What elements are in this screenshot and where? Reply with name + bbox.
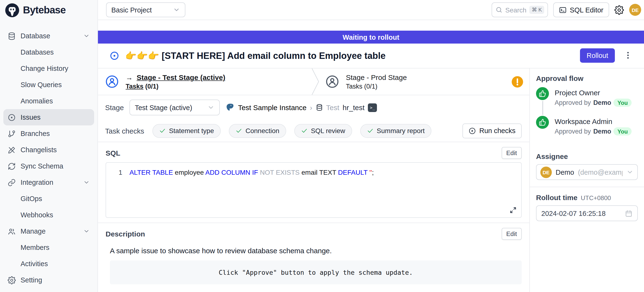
sidebar-item-branches[interactable]: Branches [3,125,94,142]
sidebar-item-label: Issues [20,113,40,121]
sidebar-item-label: Manage [20,227,46,235]
sql-editor-readonly[interactable]: 1 ALTER TABLE employee ADD COLUMN IF NOT… [106,162,522,218]
chevron-down-icon [207,104,214,111]
open-in-sql-editor-icon[interactable]: >_ [368,103,377,112]
sidebar-item-members[interactable]: Members [3,239,94,256]
link-icon [8,178,16,187]
approved-thumb-icon [536,87,549,100]
approved-thumb-icon [536,116,549,129]
sidebar: Bytebase DatabaseDatabasesChange History… [0,0,98,292]
sidebar-item-sync-schema[interactable]: Sync Schema [3,158,94,174]
search-icon [495,6,502,14]
sidebar-item-label: Databases [20,48,54,56]
sidebar-item-databases[interactable]: Databases [3,44,94,60]
search-placeholder: Search [505,6,526,14]
assignee-email: (demo@example [578,168,622,176]
stage-test-tasks-link[interactable]: Tasks [126,83,144,90]
project-select[interactable]: Basic Project [106,3,185,17]
check-pill-statement-type[interactable]: Statement type [152,124,220,138]
sql-statement: ALTER TABLE employee ADD COLUMN IF NOT E… [130,169,374,176]
stage-card-test[interactable]: → Stage - Test Stage (active) Tasks (0/1… [98,68,312,95]
sidebar-item-setting[interactable]: Setting [3,272,94,288]
sidebar-item-label: Integration [20,179,53,186]
sql-editor-button[interactable]: SQL Editor [553,3,609,17]
database-icon [316,104,323,111]
task-check-pills: Statement typeConnectionSQL reviewSummar… [152,124,431,138]
rollout-time-input[interactable]: 2024-02-07 16:25:18 [536,205,638,221]
sidebar-item-label: Anomalies [20,97,53,105]
sidebar-item-anomalies[interactable]: Anomalies [3,93,94,109]
sidebar-item-activities[interactable]: Activities [3,256,94,272]
assignee-title: Assignee [536,152,638,160]
stage-person-icon [106,75,118,88]
description-edit-button[interactable]: Edit [502,228,522,240]
sql-edit-button[interactable]: Edit [502,147,522,159]
task-checks-label: Task checks [105,127,144,135]
brand-name: Bytebase [23,4,66,16]
stage-prod-tasks-label: Tasks [346,83,362,90]
sidebar-item-integration[interactable]: Integration [3,174,94,191]
bytebase-app: Bytebase DatabaseDatabasesChange History… [0,0,644,292]
sidebar-item-label: Activities [20,260,48,268]
issue-title-row: 👉👉👉 [START HERE] Add email column to Emp… [98,44,644,68]
search-shortcut-badge: ⌘ K [529,6,544,14]
approval-status: Approved byDemoYou [555,127,632,135]
stage-test-name[interactable]: Stage - Test Stage (active) [137,73,225,81]
stage-test-labels: → Stage - Test Stage (active) Tasks (0/1… [126,73,225,90]
approval-status: Approved byDemoYou [555,99,632,107]
approval-role: Project Owner [555,87,632,97]
task-checks-row: Task checks Statement typeConnectionSQL … [98,120,529,142]
sql-editor-label: SQL Editor [570,6,604,14]
branch-icon [8,129,16,138]
postgresql-icon [226,103,234,112]
database-name[interactable]: hr_test [342,103,364,111]
user-avatar[interactable]: DE [629,4,641,16]
calendar-icon[interactable] [625,209,632,217]
sidebar-item-database[interactable]: Database [3,28,94,44]
expand-icon[interactable] [510,207,516,214]
line-number: 1 [106,169,122,176]
issue-icon [8,113,16,121]
check-pill-summary-report[interactable]: Summary report [360,124,432,138]
sidebar-item-gitops[interactable]: GitOps [3,191,94,207]
instance-name[interactable]: Test Sample Instance [238,103,306,111]
stage-test-tasks-count: (0/1) [145,83,158,90]
stage-card-prod[interactable]: Stage - Prod Stage Tasks (0/1) [319,68,529,95]
sidebar-item-change-history[interactable]: Change History [3,60,94,77]
sidebar-item-webhooks[interactable]: Webhooks [3,207,94,223]
sidebar-item-changelists[interactable]: Changelists [3,142,94,158]
status-banner: Waiting to rollout [98,31,644,44]
stage-select-value: Test Stage (active) [135,104,192,111]
more-options-icon[interactable] [624,51,632,60]
panel-divider [530,187,644,187]
bytebase-logo[interactable]: Bytebase [0,0,98,20]
rollout-time-title: Rollout time [536,193,577,202]
sidebar-item-label: Change History [20,65,68,72]
sidebar-nav: DatabaseDatabasesChange HistorySlow Quer… [0,20,98,288]
sidebar-item-label: Branches [20,130,50,137]
approval-step-project-owner: Project OwnerApproved byDemoYou [536,87,638,116]
issue-sidebar: Approval flow Project OwnerApproved byDe… [529,68,644,292]
check-pill-connection[interactable]: Connection [229,124,286,138]
assignee-select[interactable]: DE Demo (demo@example [536,164,638,180]
search-input[interactable]: Search ⌘ K [491,3,548,17]
sidebar-item-slow-queries[interactable]: Slow Queries [3,77,94,93]
topbar-actions: Search ⌘ K SQL Editor DE [491,3,641,17]
approval-steps: Project OwnerApproved byDemoYouWorkspace… [536,87,638,144]
sql-code-line: 1 ALTER TABLE employee ADD COLUMN IF NOT… [106,169,521,176]
chevron-down-icon [626,169,634,176]
rollout-time-value: 2024-02-07 16:25:18 [541,209,606,217]
approver-name: Demo [593,128,611,135]
issue-open-icon [110,51,119,60]
stage-select[interactable]: Test Stage (active) [130,100,220,115]
sidebar-item-issues[interactable]: Issues [3,109,94,125]
check-pill-sql-review[interactable]: SQL review [294,124,352,138]
settings-gear-icon[interactable] [614,5,624,15]
approval-step-workspace-admin: Workspace AdminApproved byDemoYou [536,116,638,144]
run-checks-button[interactable]: Run checks [462,123,522,138]
current-stage-arrow: → [126,73,133,81]
stage-prod-name: Stage - Prod Stage [346,73,407,81]
sidebar-item-manage[interactable]: Manage [3,223,94,239]
rollout-button[interactable]: Rollout [580,48,615,63]
bytebase-logo-icon [5,3,20,18]
